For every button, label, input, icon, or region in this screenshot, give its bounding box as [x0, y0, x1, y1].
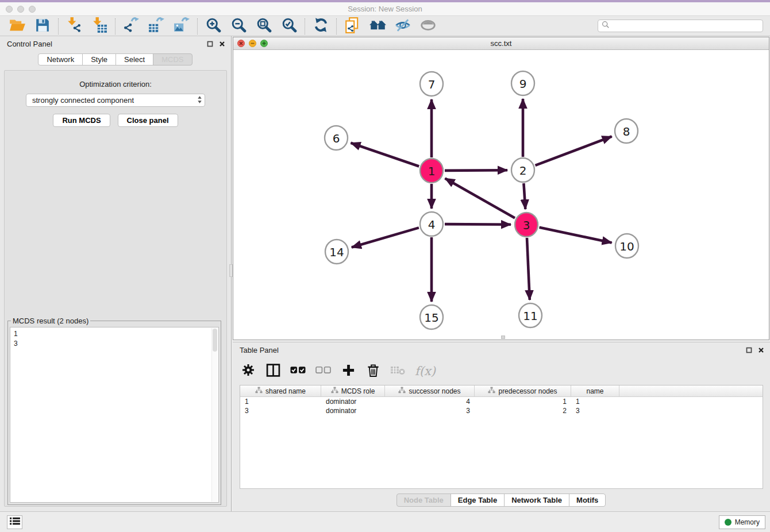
split-panel-button[interactable] [265, 363, 280, 379]
tab-style[interactable]: Style [82, 53, 116, 65]
float-panel-icon[interactable] [207, 41, 213, 47]
zoom-out-button[interactable] [226, 17, 251, 36]
open-session-button[interactable] [5, 17, 30, 36]
column-header-shared-name[interactable]: shared name [240, 385, 321, 396]
import-network-icon [66, 17, 82, 36]
show-panels-button[interactable] [7, 515, 22, 529]
clone-network-button[interactable] [340, 17, 365, 36]
edge-3-10[interactable] [540, 228, 612, 243]
table-cell[interactable]: dominator [321, 397, 385, 406]
column-header-name[interactable]: name [571, 385, 619, 396]
node-6[interactable]: 6 [325, 126, 348, 150]
search-field[interactable] [598, 20, 763, 32]
result-scrollbar[interactable] [211, 328, 218, 502]
export-image-button[interactable] [169, 17, 194, 36]
column-label: name [586, 387, 603, 395]
refresh-layout-icon [313, 17, 329, 35]
table-row[interactable]: 1dominator411 [240, 397, 763, 406]
delete-column-button[interactable] [365, 363, 380, 379]
clone-network-icon [344, 17, 360, 36]
table-cell[interactable]: 4 [385, 397, 475, 406]
table-cell[interactable]: 2 [475, 406, 571, 415]
column-header-predecessor-nodes[interactable]: predecessor nodes [475, 385, 571, 396]
tab-network[interactable]: Network [38, 53, 83, 65]
table-cell[interactable]: 1 [240, 397, 321, 406]
refresh-layout-button[interactable] [308, 17, 333, 36]
export-network-button[interactable] [118, 17, 144, 36]
tab-network-table[interactable]: Network Table [504, 494, 569, 507]
edge-2-3[interactable] [523, 183, 525, 209]
node-8[interactable]: 8 [615, 119, 638, 143]
result-scrollbar-thumb[interactable] [213, 329, 217, 352]
first-neighbors-button[interactable] [365, 17, 390, 36]
edge-1-6[interactable] [351, 143, 419, 167]
table-cell[interactable]: 3 [240, 406, 321, 415]
node-14[interactable]: 14 [325, 240, 348, 264]
close-panel-icon[interactable] [219, 41, 225, 47]
zoom-in-button[interactable] [201, 17, 226, 36]
node-7[interactable]: 7 [420, 72, 443, 96]
search-input[interactable] [612, 21, 759, 30]
function-builder-button: f(x) [415, 363, 436, 379]
table-cell[interactable]: dominator [321, 406, 385, 415]
add-column-button[interactable] [341, 363, 356, 379]
node-table[interactable]: shared nameMCDS rolesuccessor nodesprede… [240, 385, 763, 489]
column-header-MCDS-role[interactable]: MCDS role [321, 385, 385, 396]
edge-2-8[interactable] [536, 137, 612, 165]
table-cell[interactable]: 3 [385, 406, 475, 415]
node-2[interactable]: 2 [511, 158, 534, 182]
node-1[interactable]: 1 [420, 159, 443, 183]
import-table-button[interactable] [87, 17, 112, 36]
zoom-fit-button[interactable] [251, 17, 276, 36]
save-session-button[interactable] [30, 17, 55, 36]
column-label: shared name [265, 387, 306, 395]
control-panel-tabs: NetworkStyleSelectMCDS [0, 53, 231, 65]
show-graphics-details-button[interactable] [415, 17, 441, 36]
edge-3-11[interactable] [527, 238, 530, 300]
close-panel-button[interactable]: Close panel [118, 114, 178, 127]
run-mcds-button[interactable]: Run MCDS [53, 114, 110, 127]
edge-3-1[interactable] [445, 178, 515, 218]
node-3[interactable]: 3 [515, 213, 538, 237]
export-network-icon [123, 17, 139, 36]
select-all-button[interactable] [290, 363, 306, 379]
network-resize-grip[interactable] [501, 336, 505, 339]
node-4[interactable]: 4 [420, 212, 443, 236]
float-table-panel-icon[interactable] [746, 347, 752, 353]
criterion-dropdown[interactable]: strongly connected component [26, 94, 205, 107]
import-table-icon [91, 17, 107, 36]
zoom-selected-button[interactable] [276, 17, 302, 36]
node-9[interactable]: 9 [511, 71, 534, 95]
save-session-icon [35, 18, 50, 35]
edge-1-2[interactable] [445, 170, 507, 171]
table-cell[interactable]: 1 [475, 397, 571, 406]
table-cell[interactable]: 1 [571, 397, 619, 406]
control-panel-title: Control Panel [7, 40, 52, 48]
mcds-result-textarea[interactable]: 13 [10, 327, 219, 503]
deselect-all-button[interactable] [315, 363, 331, 379]
network-graph[interactable]: 7 9 6 8 1 2 4 3 14 10 15 11 [233, 50, 769, 340]
edge-4-14[interactable] [352, 228, 419, 247]
edge-4-3[interactable] [445, 224, 511, 225]
tab-mcds[interactable]: MCDS [153, 53, 192, 65]
table-cell[interactable]: 3 [571, 406, 619, 415]
tab-motifs[interactable]: Motifs [569, 494, 606, 507]
memory-button[interactable]: Memory [719, 515, 765, 529]
export-table-button[interactable] [144, 17, 169, 36]
table-settings-button[interactable] [241, 363, 256, 379]
column-header-successor-nodes[interactable]: successor nodes [385, 385, 475, 396]
close-table-panel-icon[interactable] [758, 347, 764, 353]
import-network-button[interactable] [61, 17, 87, 36]
node-10[interactable]: 10 [615, 234, 638, 258]
tab-select[interactable]: Select [116, 53, 153, 65]
node-15[interactable]: 15 [420, 305, 443, 329]
network-canvas[interactable]: 7 9 6 8 1 2 4 3 14 10 15 11 [233, 50, 769, 340]
network-window-titlebar[interactable]: scc.txt [233, 37, 769, 50]
hide-graphics-details-button[interactable] [390, 17, 415, 36]
split-panel-icon [266, 363, 280, 380]
tab-edge-table[interactable]: Edge Table [451, 494, 505, 507]
tab-node-table[interactable]: Node Table [396, 494, 451, 507]
node-11[interactable]: 11 [519, 303, 542, 327]
mcds-result-line: 3 [14, 339, 215, 349]
table-row[interactable]: 3dominator323 [240, 406, 763, 415]
